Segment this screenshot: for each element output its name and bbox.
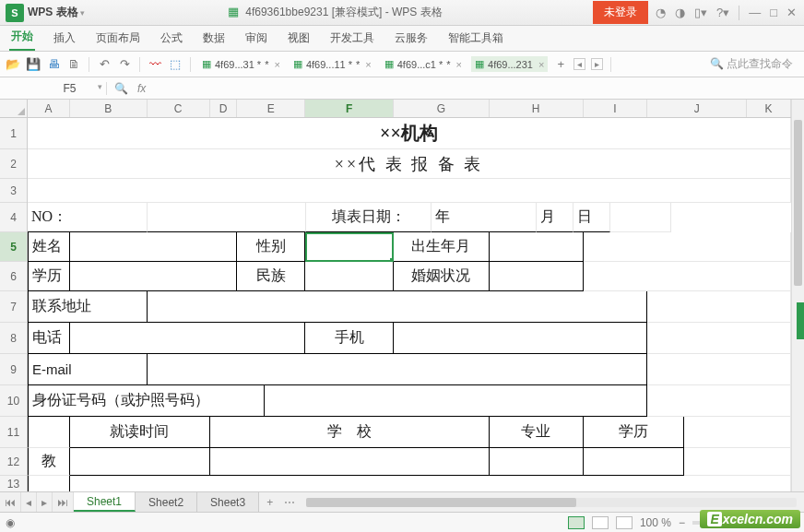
fx-label[interactable]: fx: [137, 82, 146, 95]
doc-tab-1[interactable]: ▦4f69...31 **×: [198, 56, 284, 72]
zoom-level[interactable]: 100 %: [640, 516, 671, 529]
no-label[interactable]: NO：: [28, 203, 148, 232]
degree-label[interactable]: 学历: [584, 417, 685, 448]
col-header-C[interactable]: C: [148, 100, 210, 117]
address-label[interactable]: 联系地址: [28, 291, 148, 323]
edu-section-label[interactable]: 教: [28, 448, 70, 476]
idno-value[interactable]: [265, 385, 647, 417]
empty[interactable]: [684, 417, 791, 448]
record-icon[interactable]: ◉: [6, 516, 15, 529]
col-header-F[interactable]: F: [305, 100, 394, 117]
name-box[interactable]: F5: [33, 82, 107, 95]
degree-value[interactable]: [584, 448, 685, 476]
col-header-G[interactable]: G: [394, 100, 490, 117]
row-header-10[interactable]: 10: [0, 385, 27, 417]
birth-value[interactable]: [490, 232, 584, 262]
empty[interactable]: [647, 354, 791, 385]
wps-w-icon[interactable]: 〰: [148, 57, 162, 71]
tab-next-icon[interactable]: ▸: [591, 58, 603, 70]
col-header-E[interactable]: E: [237, 100, 305, 117]
close-icon[interactable]: ✕: [786, 6, 797, 19]
select-all-corner[interactable]: [0, 100, 28, 118]
add-sheet-icon[interactable]: +: [259, 496, 280, 509]
horizontal-scrollbar[interactable]: [306, 498, 797, 507]
menu-start[interactable]: 开始: [9, 24, 35, 51]
birth-label[interactable]: 出生年月: [394, 232, 490, 262]
month-label[interactable]: 月: [537, 203, 573, 232]
cloud-icon[interactable]: ◔: [656, 6, 666, 19]
close-tab-icon[interactable]: ×: [456, 59, 462, 70]
nation-value[interactable]: [305, 262, 394, 291]
email-value[interactable]: [148, 354, 648, 385]
cube-icon[interactable]: ⬚: [168, 57, 183, 71]
school-value[interactable]: [210, 448, 490, 476]
name-label[interactable]: 姓名: [28, 232, 70, 262]
redo-icon[interactable]: ↷: [117, 57, 132, 71]
phone-value[interactable]: [70, 323, 305, 354]
row-header-6[interactable]: 6: [0, 262, 27, 291]
scrollbar-thumb[interactable]: [794, 120, 802, 286]
school-label[interactable]: 学 校: [210, 417, 490, 448]
print-icon[interactable]: 🖶: [46, 57, 61, 71]
edu-section-side[interactable]: [28, 417, 70, 448]
cell-grid[interactable]: ××机构××代 表 报 备 表NO：填表日期：年月日姓名性别出生年月学历民族婚姻…: [28, 118, 791, 491]
undo-icon[interactable]: ↶: [97, 57, 112, 71]
col-header-A[interactable]: A: [28, 100, 70, 117]
col-header-B[interactable]: B: [70, 100, 148, 117]
maximize-icon[interactable]: □: [770, 6, 777, 19]
add-tab-icon[interactable]: +: [553, 57, 568, 71]
save-icon[interactable]: 💾: [26, 57, 41, 71]
major-value[interactable]: [490, 448, 584, 476]
sync-icon[interactable]: ◑: [675, 6, 685, 19]
menu-view[interactable]: 视图: [286, 26, 312, 51]
col-header-K[interactable]: K: [747, 100, 791, 117]
col-header-H[interactable]: H: [490, 100, 584, 117]
day-label[interactable]: 日: [573, 203, 610, 232]
zoom-out-icon[interactable]: −: [679, 516, 685, 529]
nation-label[interactable]: 民族: [237, 262, 305, 291]
menu-formula[interactable]: 公式: [159, 26, 184, 51]
empty[interactable]: [647, 323, 791, 354]
sheet-tab-1[interactable]: Sheet1: [74, 492, 136, 512]
row-header-9[interactable]: 9: [0, 354, 27, 385]
close-tab-icon[interactable]: ×: [274, 59, 279, 70]
close-tab-icon[interactable]: ×: [365, 59, 371, 70]
major-label[interactable]: 专业: [490, 417, 584, 448]
col-header-J[interactable]: J: [647, 100, 747, 117]
menu-page-layout[interactable]: 页面布局: [94, 26, 142, 51]
view-break-icon[interactable]: [616, 516, 633, 529]
empty[interactable]: [584, 232, 791, 262]
view-page-icon[interactable]: [592, 516, 609, 529]
empty[interactable]: [684, 448, 791, 476]
gender-value[interactable]: [305, 232, 394, 262]
no-value[interactable]: [148, 203, 306, 232]
col-header-D[interactable]: D: [210, 100, 238, 117]
sheet-tab-3[interactable]: Sheet3: [197, 492, 259, 512]
row-header-13[interactable]: 13: [0, 476, 27, 491]
mobile-value[interactable]: [394, 323, 647, 354]
marital-value[interactable]: [490, 262, 584, 291]
edu-label[interactable]: 学历: [28, 262, 70, 291]
marital-label[interactable]: 婚姻状况: [394, 262, 490, 291]
email-label[interactable]: E-mail: [28, 354, 148, 385]
row-header-12[interactable]: 12: [0, 448, 27, 476]
col-header-I[interactable]: I: [584, 100, 648, 117]
row-header-2[interactable]: 2: [0, 149, 27, 179]
idno-label[interactable]: 身份证号码（或护照号码）: [28, 385, 265, 417]
zoom-lens-icon[interactable]: 🔍: [114, 82, 128, 95]
address-value[interactable]: [148, 291, 648, 323]
mobile-label[interactable]: 手机: [305, 323, 394, 354]
scrollbar-thumb[interactable]: [306, 498, 576, 507]
menu-review[interactable]: 审阅: [243, 26, 269, 51]
row-header-4[interactable]: 4: [0, 203, 27, 232]
menu-cloud[interactable]: 云服务: [393, 26, 430, 51]
empty[interactable]: [610, 203, 671, 232]
sheet-tab-2[interactable]: Sheet2: [136, 492, 197, 512]
fill-date-label[interactable]: 填表日期：: [306, 203, 432, 232]
row-header-3[interactable]: 3: [0, 179, 27, 203]
empty-row[interactable]: [28, 179, 791, 203]
name-value[interactable]: [70, 232, 238, 262]
login-badge[interactable]: 未登录: [593, 1, 648, 24]
menu-dev-tools[interactable]: 开发工具: [328, 26, 376, 51]
tab-prev-icon[interactable]: ◂: [573, 58, 585, 70]
